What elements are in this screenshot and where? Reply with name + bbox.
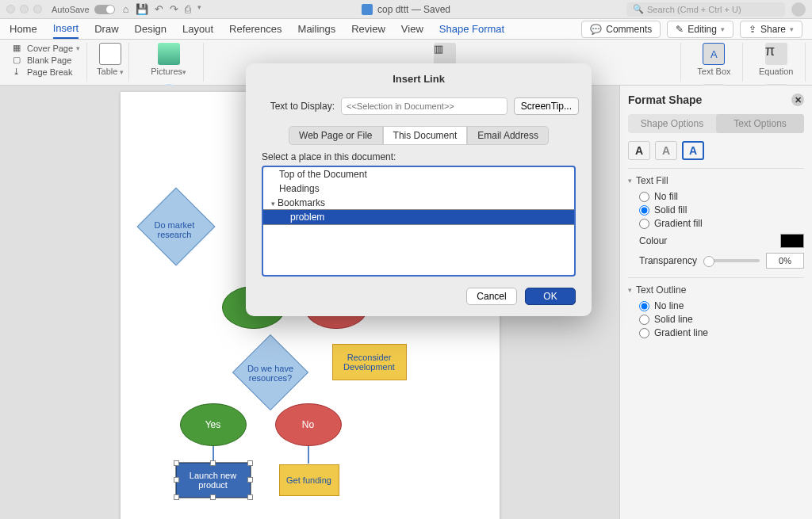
- comments-button[interactable]: 💬Comments: [581, 21, 661, 38]
- undo-icon[interactable]: ↶: [155, 3, 163, 15]
- radio-no-fill[interactable]: No fill: [639, 191, 804, 202]
- window-controls[interactable]: [6, 5, 42, 13]
- search-placeholder: Search (Cmd + Ctrl + U): [647, 5, 741, 14]
- tab-view[interactable]: View: [401, 20, 423, 38]
- screentip-button[interactable]: ScreenTip...: [514, 97, 579, 115]
- radio-solid-fill[interactable]: Solid fill: [639, 204, 804, 216]
- gradient-line-label: Gradient line: [654, 327, 708, 338]
- quick-access-toolbar[interactable]: ⌂ 💾 ↶ ↷ ⎙ ▾: [123, 3, 201, 15]
- no-text: No: [302, 419, 314, 430]
- document-title: cop dttt — Saved: [362, 4, 450, 15]
- transparency-label: Transparency: [639, 255, 697, 266]
- colour-label: Colour: [639, 235, 667, 246]
- insert-link-dialog: Insert Link Text to Display: ScreenTip..…: [246, 63, 592, 316]
- shape-yes[interactable]: Yes: [180, 403, 247, 446]
- tab-this-document[interactable]: This Document: [383, 126, 468, 145]
- break-icon: ⤓: [13, 67, 24, 78]
- tree-top-of-doc[interactable]: Top of the Document: [263, 167, 574, 181]
- pictures-label: Pictures: [151, 67, 182, 76]
- gradient-fill-label: Gradient fill: [654, 218, 703, 229]
- page-icon: ▦: [13, 43, 24, 54]
- transparency-value[interactable]: 0%: [766, 253, 804, 269]
- tab-shape-options[interactable]: Shape Options: [628, 114, 716, 133]
- text-to-display-input[interactable]: [341, 97, 508, 115]
- text-fill-header[interactable]: Text Fill: [628, 175, 804, 186]
- home-icon[interactable]: ⌂: [123, 3, 129, 15]
- title-bar: AutoSave ⌂ 💾 ↶ ↷ ⎙ ▾ cop dttt — Saved 🔍 …: [0, 0, 812, 19]
- tab-email-address[interactable]: Email Address: [467, 126, 549, 145]
- tab-home[interactable]: Home: [10, 20, 37, 38]
- cover-page-button[interactable]: ▦Cover Page▾: [13, 43, 80, 54]
- redo-icon[interactable]: ↷: [170, 3, 178, 15]
- tab-shape-format[interactable]: Shape Format: [439, 20, 504, 38]
- blank-page-label: Blank Page: [27, 55, 71, 65]
- tab-references[interactable]: References: [229, 20, 282, 38]
- reconsider-text: Reconsider Development: [333, 353, 406, 372]
- textbox-button[interactable]: AText Box: [692, 43, 735, 76]
- ok-button[interactable]: OK: [525, 288, 576, 305]
- colour-picker[interactable]: [780, 234, 804, 248]
- tab-web-page[interactable]: Web Page or File: [289, 126, 383, 145]
- tree-bookmarks[interactable]: Bookmarks: [263, 196, 574, 210]
- pictures-button[interactable]: Pictures▾: [140, 43, 196, 76]
- solid-fill-label: Solid fill: [654, 204, 687, 216]
- shape-market-research[interactable]: Do market research: [136, 188, 215, 266]
- solid-line-label: Solid line: [654, 314, 693, 325]
- table-button[interactable]: Table ▾: [92, 43, 129, 82]
- tab-review[interactable]: Review: [351, 20, 385, 38]
- funding-text: Get funding: [286, 475, 331, 485]
- editing-button[interactable]: ✎Editing▾: [667, 21, 733, 38]
- radio-gradient-line[interactable]: Gradient line: [639, 327, 804, 338]
- autosave-toggle[interactable]: [94, 5, 115, 14]
- equation-button[interactable]: πEquation: [754, 43, 799, 76]
- share-icon: ⇪: [749, 24, 756, 35]
- page-break-button[interactable]: ⤓Page Break: [13, 67, 80, 78]
- tab-text-options[interactable]: Text Options: [716, 114, 804, 133]
- panel-tabs[interactable]: Shape Options Text Options: [628, 114, 804, 133]
- shape-launch-selected[interactable]: Launch new product: [176, 463, 251, 498]
- transparency-slider[interactable]: [703, 259, 760, 262]
- save-icon[interactable]: 💾: [136, 3, 148, 15]
- tab-insert[interactable]: Insert: [53, 19, 79, 39]
- shape-reconsider[interactable]: Reconsider Development: [332, 344, 407, 380]
- launch-text: Launch new product: [177, 471, 250, 490]
- arrow: [308, 446, 309, 464]
- pictures-icon: [158, 43, 180, 65]
- equation-label: Equation: [759, 67, 793, 76]
- print-icon[interactable]: ⎙: [185, 3, 191, 15]
- cancel-button[interactable]: Cancel: [466, 288, 517, 305]
- panel-title: Format Shape: [628, 93, 702, 106]
- tab-design[interactable]: Design: [135, 20, 167, 38]
- radio-solid-line[interactable]: Solid line: [639, 314, 804, 325]
- pencil-icon: ✎: [676, 24, 684, 35]
- tree-headings[interactable]: Headings: [263, 181, 574, 196]
- blank-page-button[interactable]: ▢Blank Page: [13, 55, 80, 66]
- pi-icon: π: [765, 43, 787, 65]
- text-outline-header[interactable]: Text Outline: [628, 284, 804, 296]
- shape-resources[interactable]: Do we have resources?: [232, 334, 308, 410]
- shape-funding[interactable]: Get funding: [279, 464, 339, 496]
- share-label: Share: [760, 24, 786, 35]
- text-box-tab[interactable]: A: [682, 141, 704, 160]
- tab-layout[interactable]: Layout: [182, 20, 213, 38]
- no-fill-label: No fill: [654, 191, 678, 202]
- tree-bookmark-problem[interactable]: problem: [263, 210, 574, 224]
- tab-mailings[interactable]: Mailings: [298, 20, 336, 38]
- media-button[interactable]: ▥: [215, 43, 674, 65]
- radio-gradient-fill[interactable]: Gradient fill: [639, 218, 804, 229]
- radio-no-line[interactable]: No line: [639, 300, 804, 311]
- textbox-label: Text Box: [697, 67, 730, 76]
- text-fill-tab[interactable]: A: [628, 141, 650, 160]
- search-input[interactable]: 🔍 Search (Cmd + Ctrl + U): [626, 2, 785, 17]
- user-avatar[interactable]: [791, 2, 806, 17]
- tab-draw[interactable]: Draw: [94, 20, 118, 38]
- text-effects-tab[interactable]: A: [655, 141, 677, 160]
- share-button[interactable]: ⇪Share▾: [740, 21, 802, 38]
- comments-label: Comments: [606, 24, 652, 35]
- document-tree[interactable]: Top of the Document Headings Bookmarks p…: [262, 166, 576, 277]
- shape-no[interactable]: No: [275, 403, 342, 446]
- close-panel-button[interactable]: ✕: [791, 93, 804, 106]
- yes-text: Yes: [205, 419, 221, 430]
- qat-dropdown[interactable]: ▾: [197, 3, 201, 15]
- text-to-display-label: Text to Display:: [259, 101, 335, 112]
